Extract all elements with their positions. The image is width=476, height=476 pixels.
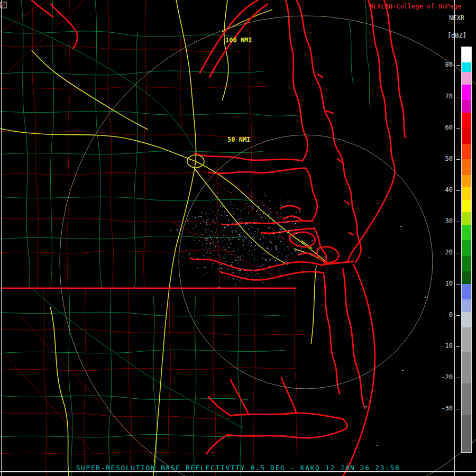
echo-pixel	[209, 243, 209, 244]
echo-pixel	[268, 261, 269, 262]
echo-pixel	[213, 244, 214, 244]
echo-pixel	[238, 270, 239, 271]
echo-pixel	[197, 225, 197, 225]
echo-pixel	[188, 215, 188, 216]
echo-pixel	[274, 257, 275, 258]
echo-pixel	[233, 214, 234, 215]
echo-pixel	[221, 268, 222, 269]
echo-pixel	[276, 264, 277, 264]
colorbar-tick-label: 70	[431, 93, 453, 100]
echo-pixel	[210, 236, 211, 237]
echo-pixel	[263, 235, 264, 236]
echo-pixel	[279, 225, 280, 226]
echo-pixel	[239, 209, 239, 210]
echo-pixel	[221, 215, 222, 216]
echo-pixel	[240, 270, 241, 271]
echo-pixel	[246, 272, 247, 273]
echo-pixel	[259, 249, 259, 249]
site-brand: NEXLAB-College of DuPage	[370, 3, 461, 10]
echo-pixel	[260, 245, 260, 245]
echo-pixel	[262, 253, 263, 254]
echo-pixel	[231, 231, 232, 232]
echo-pixel	[196, 243, 196, 243]
echo-pixel	[255, 231, 255, 232]
echo-pixel	[259, 254, 260, 255]
echo-pixel	[257, 248, 257, 249]
echo-pixel	[207, 238, 208, 239]
echo-pixel	[232, 208, 233, 209]
echo-pixel	[189, 224, 190, 224]
echo-pixel	[225, 205, 225, 205]
echo-pixel	[245, 242, 245, 243]
echo-pixel	[188, 235, 188, 236]
echo-pixel	[296, 252, 296, 252]
echo-pixel	[264, 234, 265, 234]
echo-pixel	[249, 196, 250, 196]
echo-pixel	[209, 217, 210, 217]
echo-pixel	[284, 227, 285, 228]
echo-pixel	[248, 177, 248, 177]
echo-pixel	[289, 226, 290, 227]
echo-pixel	[200, 223, 201, 224]
echo-pixel	[217, 232, 217, 232]
echo-pixel	[212, 212, 213, 212]
echo-pixel	[182, 256, 183, 257]
echo-pixel	[232, 232, 233, 233]
echo-pixel	[253, 283, 254, 283]
radar-map: 100 NMI 50 NMI	[0, 0, 476, 476]
echo-pixel	[272, 231, 272, 231]
echo-pixel	[232, 226, 232, 227]
echo-pixel	[188, 240, 188, 240]
echo-pixel	[234, 251, 235, 252]
product-caption: SUPER-RESOLUTION BASE REFLECTIVITY 0.5 D…	[0, 464, 476, 472]
echo-pixel	[180, 234, 181, 235]
echo-pixel	[259, 256, 259, 257]
echo-pixel	[251, 228, 252, 228]
echo-pixel	[250, 275, 251, 276]
echo-pixel	[230, 272, 230, 272]
echo-pixel	[241, 236, 241, 237]
echo-pixel	[240, 280, 241, 281]
echo-pixel	[282, 268, 283, 269]
echo-pixel	[301, 249, 302, 250]
echo-pixel	[222, 206, 223, 207]
echo-pixel	[193, 228, 194, 229]
echo-pixel	[212, 219, 213, 219]
echo-pixel	[299, 227, 299, 228]
echo-pixel	[275, 216, 276, 216]
echo-pixel	[228, 212, 229, 213]
echo-pixel	[245, 219, 246, 220]
echo-pixel	[194, 254, 195, 254]
echo-pixel	[245, 277, 245, 277]
colorbar-segment	[462, 100, 471, 113]
echo-pixel	[317, 230, 317, 231]
echo-pixel	[250, 227, 250, 227]
echo-pixel	[203, 274, 204, 274]
echo-pixel	[240, 279, 240, 279]
echo-pixel	[206, 213, 207, 214]
echo-pixel	[289, 263, 289, 263]
echo-pixel	[231, 227, 232, 227]
echo-pixel	[204, 222, 205, 223]
echo-pixel	[200, 286, 200, 286]
echo-pixel	[229, 270, 230, 271]
echo-pixel	[244, 208, 245, 209]
echo-pixel	[215, 232, 216, 233]
echo-pixel	[245, 222, 246, 223]
echo-pixel	[254, 202, 254, 203]
colorbar-tick-label: -30	[431, 405, 453, 413]
echo-pixel	[285, 202, 286, 202]
colorbar-tick-mark	[456, 315, 460, 316]
echo-pixel	[218, 254, 219, 255]
echo-pixel	[299, 244, 300, 245]
echo-pixel	[258, 278, 259, 279]
echo-pixel	[289, 199, 289, 199]
echo-pixel	[198, 264, 199, 264]
echo-pixel	[226, 215, 227, 216]
echo-pixel	[224, 234, 224, 234]
echo-pixel	[274, 260, 276, 261]
echo-pixel	[274, 238, 275, 239]
echo-pixel	[181, 231, 182, 231]
echo-pixel	[299, 254, 300, 254]
echo-pixel	[244, 241, 244, 242]
